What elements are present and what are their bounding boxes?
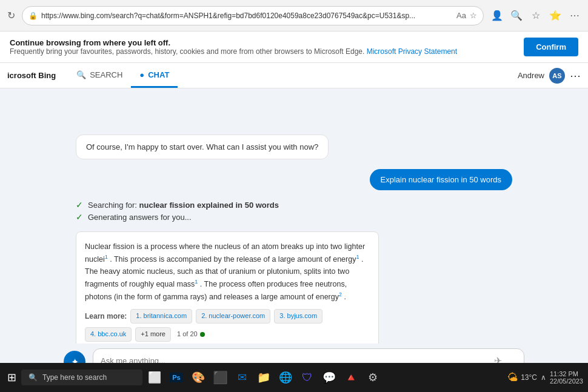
notification-text: Continue browsing from where you left of… (10, 38, 457, 56)
nav-right: Andrew AS ⋯ (518, 68, 581, 84)
learn-more-label: Learn more: (85, 311, 127, 322)
nav-bar: icrosoft Bing 🔍 SEARCH ● CHAT Andrew AS … (0, 63, 588, 88)
taskbar-stripe[interactable]: 🛡 (298, 368, 317, 387)
source-4[interactable]: 4. bbc.co.uk (85, 327, 132, 342)
taskbar-store[interactable]: ⬛ (210, 368, 230, 387)
search-status-text: Searching for: nuclear fission explained… (88, 201, 279, 210)
source-3[interactable]: 3. byjus.com (274, 309, 322, 324)
lock-icon: 🔒 (28, 12, 38, 20)
address-bar[interactable]: 🔒 https://www.bing.com/search?q=chat&for… (22, 6, 484, 25)
spacer (76, 101, 512, 125)
temperature: 13°C (521, 373, 537, 382)
green-dot (200, 332, 205, 337)
chat-tab-icon: ● (139, 70, 144, 79)
nav-more[interactable]: ⋯ (570, 69, 581, 82)
chat-tab[interactable]: ● CHAT (131, 63, 178, 88)
taskbar-time: 11:32 PM 22/05/2023 (550, 370, 583, 385)
search-tab-label: SEARCH (90, 70, 122, 79)
taskbar-photoshop[interactable]: Ps (167, 368, 186, 387)
profile-icon[interactable]: 👤 (489, 7, 506, 24)
search-status-item: ✓ Searching for: nuclear fission explain… (76, 200, 279, 210)
search-tab-icon: 🔍 (76, 70, 86, 79)
user-message-text: Explain nuclear fission in 50 words (381, 175, 501, 184)
assistant-greeting-message: Of course, I'm happy to start over. What… (76, 135, 329, 159)
taskbar-slack[interactable]: 💬 (319, 368, 339, 387)
taskbar-creative[interactable]: 🎨 (189, 368, 208, 387)
browser-chrome: ↻ 🔒 https://www.bing.com/search?q=chat&f… (0, 0, 588, 32)
check-icon-1: ✓ (76, 200, 83, 210)
generating-status-item: ✓ Generating answers for you... (76, 212, 279, 222)
sun-icon: 🌤 (507, 371, 518, 384)
windows-icon[interactable]: ⊞ (5, 371, 19, 384)
taskbar-drive[interactable]: 🔺 (341, 368, 361, 387)
learn-more-section: Learn more: 1. britannica.com 2. nuclear… (85, 309, 370, 341)
notification-title: Continue browsing from where you left of… (10, 38, 457, 47)
refresh-button[interactable]: ↻ (5, 10, 17, 22)
url-text: https://www.bing.com/search?q=chat&form=… (41, 12, 453, 20)
answer-box: Nuclear fission is a process where the n… (76, 231, 379, 344)
search-icon: 🔍 (28, 373, 38, 382)
taskbar: ⊞ 🔍 Type here to search ⬜ Ps 🎨 ⬛ ✉ 📁 🌐 🛡… (0, 363, 588, 392)
user-message: Explain nuclear fission in 50 words (370, 169, 512, 190)
taskbar-files[interactable]: 📁 (254, 368, 273, 387)
taskbar-mail[interactable]: ✉ (232, 368, 252, 387)
user-avatar[interactable]: AS (549, 68, 565, 84)
bookmark-icon: ☆ (470, 11, 477, 20)
chat-tab-label: CHAT (148, 70, 169, 79)
confirm-button[interactable]: Confirm (524, 38, 578, 56)
search-placeholder: Type here to search (42, 373, 107, 382)
translate-icon: Aa (456, 11, 466, 20)
page-main: Of course, I'm happy to start over. What… (0, 88, 588, 390)
generating-text: Generating answers for you... (88, 213, 192, 222)
privacy-link[interactable]: Microsoft Privacy Statement (367, 47, 457, 56)
page-indicator: 1 of 20 (177, 329, 205, 340)
weather-widget: 🌤 13°C (507, 371, 537, 384)
answer-content: Nuclear fission is a process where the n… (85, 241, 370, 303)
taskbar-right: 🌤 13°C ∧ 11:32 PM 22/05/2023 (507, 370, 583, 385)
chat-container: Of course, I'm happy to start over. What… (64, 101, 524, 344)
taskbar-search[interactable]: 🔍 Type here to search (21, 370, 142, 385)
nav-tabs: 🔍 SEARCH ● CHAT (68, 63, 178, 88)
taskbar-settings[interactable]: ⚙ (363, 368, 383, 387)
notification-banner: Continue browsing from where you left of… (0, 32, 588, 63)
taskbar-edge[interactable]: 🌐 (276, 368, 295, 387)
search-icon[interactable]: 🔍 (508, 7, 525, 24)
greeting-text: Of course, I'm happy to start over. What… (86, 142, 318, 151)
favorites-icon[interactable]: ☆ (527, 7, 544, 24)
browser-actions: 👤 🔍 ☆ ⭐ ⋯ (489, 7, 583, 24)
more-sources[interactable]: +1 more (135, 327, 171, 342)
chat-area: Of course, I'm happy to start over. What… (0, 88, 588, 344)
chevron-up-icon[interactable]: ∧ (541, 373, 546, 382)
user-name: Andrew (518, 71, 544, 80)
search-tab[interactable]: 🔍 SEARCH (68, 63, 131, 88)
check-icon-2: ✓ (76, 212, 83, 222)
notification-subtitle: Frequently bring your favourites, passwo… (10, 47, 457, 56)
status-area: ✓ Searching for: nuclear fission explain… (76, 200, 279, 222)
more-icon[interactable]: ⋯ (566, 7, 583, 24)
bing-logo: icrosoft Bing (7, 71, 56, 80)
source-1[interactable]: 1. britannica.com (130, 309, 192, 324)
collections-icon[interactable]: ⭐ (547, 7, 564, 24)
source-2[interactable]: 2. nuclear-power.com (196, 309, 270, 324)
taskbar-widgets[interactable]: ⬜ (145, 368, 164, 387)
